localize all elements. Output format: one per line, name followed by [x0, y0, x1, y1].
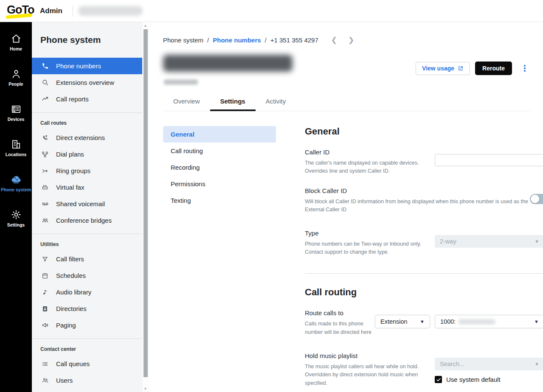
sidebar-divider: [32, 339, 142, 339]
phone-icon: [41, 62, 49, 70]
redacted-org-name: [78, 6, 143, 16]
scroll-down-arrow[interactable]: ▼: [143, 386, 148, 392]
checked-checkbox-icon[interactable]: [435, 376, 442, 383]
sidebar-item-conference-bridges[interactable]: Conference bridges: [32, 212, 142, 229]
breadcrumb-number: +1 351 355 4297: [270, 36, 318, 44]
caller-id-desc: The caller's name displayed on capable d…: [305, 159, 435, 176]
trend-icon: [41, 95, 49, 103]
caller-id-label: Caller ID: [305, 148, 435, 156]
settings-nav-texting[interactable]: Texting: [163, 192, 276, 209]
block-caller-id-toggle[interactable]: [530, 194, 543, 204]
chevron-down-icon: ▼: [534, 319, 539, 324]
breadcrumb-phone-numbers-link[interactable]: Phone numbers: [213, 36, 261, 44]
settings-nav-permissions[interactable]: Permissions: [163, 176, 276, 192]
sidebar-item-directories[interactable]: Directories: [32, 300, 142, 317]
type-row: Type Phone numbers can be Two-way or Inb…: [305, 230, 543, 257]
chevron-down-icon: ▼: [420, 319, 425, 324]
product-name: Admin: [40, 7, 62, 15]
sidebar-item-call-filters[interactable]: Call filters: [32, 251, 142, 267]
redacted-subtitle: [163, 79, 198, 85]
route-calls-to-desc: Calls made to this phone number will be …: [305, 320, 375, 336]
funnel-icon: [41, 255, 49, 263]
sidebar-item-ring-groups[interactable]: Ring groups: [32, 162, 142, 179]
tab-bar: Overview Settings Activity: [163, 93, 530, 111]
group-icon: [41, 217, 49, 224]
settings-nav-call-routing[interactable]: Call routing: [163, 143, 276, 159]
rail-item-locations[interactable]: Locations: [0, 139, 32, 174]
route-target-select[interactable]: 1000: ▼: [435, 315, 543, 328]
sidebar-item-users[interactable]: Users: [32, 372, 142, 389]
use-system-default-row[interactable]: Use system default: [435, 376, 543, 383]
sidebar-item-virtual-fax[interactable]: Virtual fax: [32, 179, 142, 196]
megaphone-icon: [41, 322, 49, 329]
users-icon: [41, 377, 49, 384]
redacted-extension-name: [458, 319, 495, 325]
arrow-route-icon: [41, 167, 49, 175]
home-icon: [11, 33, 22, 44]
reroute-button[interactable]: Reroute: [475, 62, 512, 75]
call-routing-heading: Call routing: [305, 287, 543, 298]
group-heading-call-routes: Call routes: [40, 120, 149, 126]
goto-logo[interactable]: GoTo: [7, 3, 34, 19]
rail-item-home[interactable]: Home: [0, 33, 32, 68]
more-options-kebab-icon[interactable]: [520, 62, 530, 74]
sidebar-item-extensions-overview[interactable]: Extensions overview: [32, 74, 142, 91]
settings-nav-general[interactable]: General: [163, 126, 276, 143]
sidebar-item-call-queues[interactable]: Call queues: [32, 356, 142, 372]
tab-settings[interactable]: Settings: [210, 93, 256, 111]
rail-item-settings[interactable]: Settings: [0, 209, 32, 244]
sidebar-item-phone-numbers[interactable]: Phone numbers: [32, 58, 142, 74]
sidebar-item-dial-plans[interactable]: Dial plans: [32, 146, 142, 162]
sidebar-item-direct-extensions[interactable]: Direct extensions: [32, 129, 142, 146]
route-calls-to-label: Route calls to: [305, 309, 375, 316]
tab-overview[interactable]: Overview: [163, 93, 210, 111]
header-divider: [73, 6, 73, 17]
general-heading: General: [305, 126, 543, 137]
hold-music-row: Hold music playlist The music playlist c…: [305, 352, 543, 387]
hierarchy-icon: [41, 151, 49, 158]
type-select: 2-way ▼: [435, 235, 543, 248]
devices-icon: [11, 104, 22, 115]
logo-text: GoTo: [7, 3, 34, 17]
phone-system-cloud-icon: [11, 174, 22, 185]
type-label: Type: [305, 230, 435, 237]
phone-system-sidebar: Phone system Phone numbers Extensions ov…: [32, 22, 149, 392]
settings-sub-nav: General Call routing Recording Permissio…: [163, 126, 276, 387]
sidebar-item-paging[interactable]: Paging: [32, 317, 142, 333]
fax-icon: [41, 184, 49, 191]
route-calls-to-row: Route calls to Calls made to this phone …: [305, 309, 543, 336]
contact-book-icon: [41, 305, 49, 313]
rail-item-devices[interactable]: Devices: [0, 104, 32, 139]
breadcrumb: Phone system / Phone numbers / +1 351 35…: [163, 36, 543, 44]
section-divider: [305, 273, 543, 274]
people-icon: [11, 68, 22, 79]
scroll-up-arrow[interactable]: ▲: [143, 22, 148, 28]
prev-number-chevron-icon[interactable]: ❮: [331, 36, 337, 44]
top-header: GoTo Admin: [0, 0, 543, 22]
sidebar-item-audio-library[interactable]: Audio library: [32, 284, 142, 300]
tab-activity[interactable]: Activity: [256, 93, 296, 111]
search-icon: [41, 79, 49, 87]
calendar-icon: [41, 272, 49, 280]
sidebar-title: Phone system: [40, 35, 149, 45]
view-usage-button[interactable]: View usage: [416, 62, 470, 75]
caller-id-input[interactable]: [435, 154, 543, 166]
rail-item-phone-system[interactable]: Phone system: [0, 174, 32, 209]
sidebar-item-call-reports[interactable]: Call reports: [32, 91, 142, 107]
chevron-down-icon: ▼: [535, 239, 539, 244]
next-number-chevron-icon[interactable]: ❯: [348, 36, 354, 44]
settings-nav-recording[interactable]: Recording: [163, 159, 276, 176]
sidebar-item-shared-voicemail[interactable]: Shared voicemail: [32, 196, 142, 212]
sidebar-item-schedules[interactable]: Schedules: [32, 267, 142, 284]
route-type-select[interactable]: Extension ▼: [375, 315, 430, 328]
redacted-phone-number-title: [163, 55, 293, 72]
music-note-icon: [41, 288, 49, 296]
type-desc: Phone numbers can be Two-way or Inbound …: [305, 240, 435, 257]
breadcrumb-phone-system[interactable]: Phone system: [163, 36, 203, 44]
block-caller-id-label: Block Caller ID: [305, 187, 530, 194]
sidebar-scrollbar[interactable]: ▲ ▼: [143, 22, 148, 392]
phone-forward-icon: [41, 134, 49, 142]
rail-item-people[interactable]: People: [0, 68, 32, 104]
scrollbar-thumb[interactable]: [143, 29, 148, 377]
sidebar-divider: [32, 112, 142, 113]
